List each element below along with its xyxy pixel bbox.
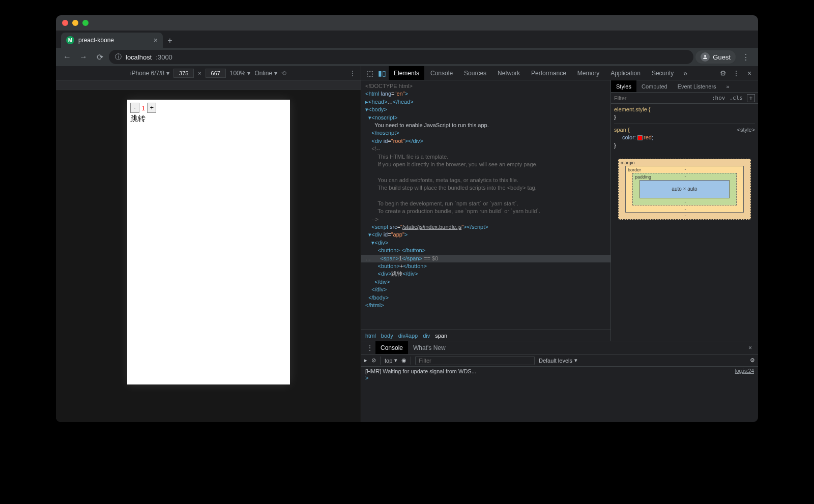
- hov-toggle[interactable]: :hov: [712, 95, 725, 101]
- inspect-icon[interactable]: ⬚: [364, 69, 375, 77]
- box-model[interactable]: margin -- -- border -- padding -- auto ×…: [618, 159, 751, 220]
- drawer-tab-whatsnew[interactable]: What's New: [408, 341, 451, 354]
- cls-toggle[interactable]: .cls: [730, 95, 743, 101]
- close-window-icon[interactable]: [62, 20, 68, 26]
- console-output[interactable]: [HMR] Waiting for update signal from WDS…: [361, 367, 758, 422]
- guest-icon: [701, 52, 710, 62]
- throttle-selector[interactable]: Online▾: [254, 70, 277, 77]
- tab-title: preact-kbone: [78, 37, 114, 44]
- styles-filter-input[interactable]: [614, 95, 708, 101]
- console-source-link[interactable]: log.js:24: [735, 368, 754, 374]
- maximize-window-icon[interactable]: [82, 20, 89, 26]
- ruler: [56, 80, 361, 90]
- device-viewport-pane: iPhone 6/7/8▾ × 100%▾ Online▾ ⟲ ⋮ - 1 +: [56, 66, 361, 422]
- context-selector[interactable]: top▾: [385, 357, 397, 364]
- device-menu-icon[interactable]: ⋮: [350, 70, 356, 77]
- dom-breadcrumb: html body div#app div span: [361, 330, 610, 341]
- new-tab-button[interactable]: +: [163, 34, 177, 48]
- minimize-window-icon[interactable]: [72, 20, 78, 26]
- drawer-menu-icon[interactable]: ⋮: [364, 344, 375, 352]
- counter-value: 1: [140, 104, 147, 112]
- back-button[interactable]: ←: [60, 50, 74, 64]
- style-rules[interactable]: element.style { } <style>span { color: r…: [611, 104, 758, 152]
- styles-tabs: Styles Computed Event Listeners »: [611, 80, 758, 93]
- bc-body[interactable]: body: [381, 333, 393, 339]
- live-expression-icon[interactable]: ◉: [401, 357, 406, 364]
- profile-chip[interactable]: Guest: [695, 50, 736, 64]
- bc-div[interactable]: div: [423, 333, 430, 339]
- device-selector[interactable]: iPhone 6/7/8▾: [130, 70, 169, 77]
- zoom-selector[interactable]: 100%▾: [230, 70, 251, 77]
- counter-row: - 1 +: [130, 103, 287, 113]
- address-bar: ← → ⟳ ⓘ localhost:3000 Guest ⋮: [56, 48, 758, 66]
- more-styles-tabs-icon[interactable]: »: [721, 80, 735, 92]
- browser-window: M preact-kbone × + ← → ⟳ ⓘ localhost:300…: [56, 15, 758, 422]
- devtools-main: <!DOCTYPE html> <html lang="en"> ▸<head>…: [361, 80, 758, 341]
- elements-panel: <!DOCTYPE html> <html lang="en"> ▸<head>…: [361, 80, 610, 341]
- dom-tree[interactable]: <!DOCTYPE html> <html lang="en"> ▸<head>…: [361, 80, 610, 330]
- tab-computed[interactable]: Computed: [636, 80, 673, 92]
- decrement-button[interactable]: -: [130, 103, 139, 113]
- box-content: auto × auto: [639, 180, 730, 198]
- tab-event-listeners[interactable]: Event Listeners: [673, 80, 721, 92]
- sidebar-toggle-icon[interactable]: ▸: [364, 357, 367, 364]
- tab-security[interactable]: Security: [647, 66, 679, 80]
- tab-network[interactable]: Network: [492, 66, 525, 80]
- drawer-tabs: ⋮ Console What's New ×: [361, 341, 758, 354]
- bc-app[interactable]: div#app: [398, 333, 418, 339]
- new-style-rule-button[interactable]: +: [747, 94, 755, 102]
- svg-point-0: [704, 55, 706, 57]
- tab-performance[interactable]: Performance: [526, 66, 571, 80]
- devtools-pane: ⬚ ▮▯ Elements Console Sources Network Pe…: [361, 66, 758, 422]
- device-name: iPhone 6/7/8: [130, 70, 164, 77]
- selected-dom-node[interactable]: … <span>1</span> == $0: [361, 255, 610, 262]
- url-field[interactable]: ⓘ localhost:3000: [109, 50, 693, 64]
- info-icon: ⓘ: [115, 52, 122, 62]
- url-host: localhost: [126, 53, 152, 61]
- tab-styles[interactable]: Styles: [611, 80, 636, 92]
- console-prompt[interactable]: >: [361, 375, 758, 381]
- close-drawer-icon[interactable]: ×: [745, 344, 755, 351]
- styles-filter-bar: :hov .cls +: [611, 93, 758, 104]
- styles-pane: Styles Computed Event Listeners » :hov .…: [610, 80, 758, 341]
- close-tab-icon[interactable]: ×: [154, 36, 158, 44]
- tab-console[interactable]: Console: [425, 66, 458, 80]
- console-settings-icon[interactable]: ⚙: [750, 357, 755, 364]
- content-area: iPhone 6/7/8▾ × 100%▾ Online▾ ⟲ ⋮ - 1 +: [56, 66, 758, 422]
- console-drawer: ⋮ Console What's New × ▸ ⊘ top▾ ◉ Defaul…: [361, 341, 758, 422]
- tab-application[interactable]: Application: [605, 66, 646, 80]
- tab-memory[interactable]: Memory: [572, 66, 604, 80]
- dimension-x: ×: [198, 70, 201, 76]
- browser-menu-icon[interactable]: ⋮: [738, 52, 754, 62]
- close-devtools-icon[interactable]: ×: [744, 69, 755, 77]
- bc-html[interactable]: html: [365, 333, 376, 339]
- forward-button[interactable]: →: [76, 50, 91, 64]
- titlebar: [56, 15, 758, 31]
- settings-icon[interactable]: ⚙: [717, 69, 729, 77]
- console-filter-input[interactable]: [415, 356, 535, 365]
- clear-console-icon[interactable]: ⊘: [371, 357, 376, 364]
- rotate-icon[interactable]: ⟲: [281, 70, 286, 77]
- device-width-input[interactable]: [173, 69, 194, 78]
- tab-sources[interactable]: Sources: [459, 66, 491, 80]
- traffic-lights: [62, 20, 89, 26]
- reload-button[interactable]: ⟳: [93, 50, 107, 64]
- drawer-tab-console[interactable]: Console: [375, 341, 408, 354]
- console-toolbar: ▸ ⊘ top▾ ◉ Default levels▾ ⚙: [361, 354, 758, 367]
- jump-link[interactable]: 跳转: [130, 114, 287, 124]
- profile-label: Guest: [713, 53, 731, 61]
- tab-elements[interactable]: Elements: [389, 66, 424, 80]
- browser-tab[interactable]: M preact-kbone ×: [61, 33, 163, 48]
- more-tabs-icon[interactable]: »: [680, 69, 691, 77]
- increment-button[interactable]: +: [147, 103, 156, 113]
- device-toolbar: iPhone 6/7/8▾ × 100%▾ Online▾ ⟲ ⋮: [56, 66, 361, 80]
- favicon-icon: M: [66, 36, 74, 44]
- device-toggle-icon[interactable]: ▮▯: [376, 69, 388, 77]
- console-message: [HMR] Waiting for update signal from WDS…: [365, 368, 476, 374]
- device-height-input[interactable]: [206, 69, 226, 78]
- color-swatch-icon[interactable]: [637, 135, 643, 140]
- devtools-menu-icon[interactable]: ⋮: [731, 69, 742, 77]
- bc-span[interactable]: span: [435, 333, 447, 339]
- log-levels-selector[interactable]: Default levels▾: [539, 357, 577, 364]
- devtools-tabbar: ⬚ ▮▯ Elements Console Sources Network Pe…: [361, 66, 758, 80]
